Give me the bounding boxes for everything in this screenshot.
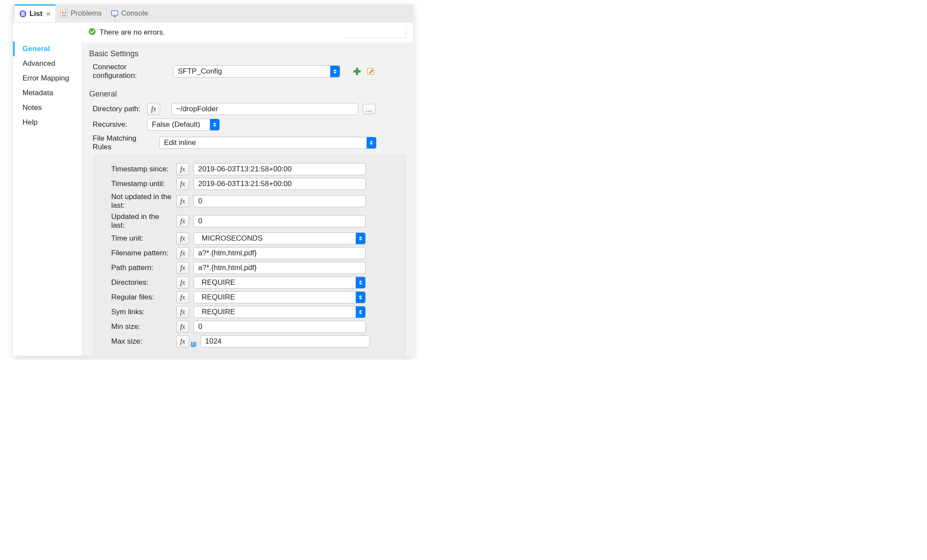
fx-button[interactable]: fx xyxy=(176,232,189,245)
value: 0 xyxy=(198,322,202,331)
fx-button[interactable]: fx xyxy=(176,262,189,274)
sidebar-item-notes[interactable]: Notes xyxy=(13,100,81,115)
browse-button[interactable]: ... xyxy=(363,104,376,114)
window: List ✕ Problems Console General Advanced… xyxy=(13,4,413,356)
sidebar-item-metadata[interactable]: Metadata xyxy=(13,86,81,100)
status-bar: There are no errors. xyxy=(81,23,413,42)
file-matching-label: File Matching Rules xyxy=(89,134,155,151)
sidebar-item-advanced[interactable]: Advanced xyxy=(13,56,81,71)
timestamp-since-label: Timestamp since: xyxy=(101,165,172,174)
svg-rect-13 xyxy=(354,71,360,72)
svg-rect-10 xyxy=(113,16,116,17)
not-updated-input[interactable]: 0 xyxy=(193,195,366,207)
value: a?*.{htm,html,pdf} xyxy=(198,264,257,272)
connector-config-value: SFTP_Config xyxy=(178,67,222,75)
svg-point-6 xyxy=(64,12,66,13)
select-arrows-icon xyxy=(367,137,376,148)
tab-problems[interactable]: Problems xyxy=(56,4,106,22)
list-icon xyxy=(19,10,27,18)
sidebar-item-general[interactable]: General xyxy=(13,42,81,56)
value: 0 xyxy=(198,217,202,225)
max-size-input[interactable]: 1024 xyxy=(200,335,370,348)
recursive-select[interactable]: False (Default) xyxy=(147,119,220,131)
value: 2019-06-03T13:21:58+00:00 xyxy=(198,180,292,188)
fx-button[interactable]: fx xyxy=(176,306,189,318)
tab-list-label: List xyxy=(29,10,42,18)
svg-rect-7 xyxy=(62,14,66,16)
path-pattern-label: Path pattern: xyxy=(101,264,172,272)
status-blank-field xyxy=(346,27,406,38)
svg-rect-1 xyxy=(21,12,25,13)
general-heading: General xyxy=(89,90,406,99)
fx-button[interactable]: fx xyxy=(147,103,160,115)
sidebar-item-help[interactable]: Help xyxy=(13,115,81,130)
info-icon[interactable] xyxy=(191,342,196,347)
fx-button[interactable]: fx xyxy=(176,178,189,190)
tab-console-label: Console xyxy=(121,9,148,18)
select-arrows-icon xyxy=(356,292,365,303)
sidebar-item-error-mapping[interactable]: Error Mapping xyxy=(13,71,81,86)
time-unit-select[interactable]: MICROSECONDS xyxy=(193,232,366,245)
console-icon xyxy=(111,10,119,17)
svg-point-11 xyxy=(89,28,96,35)
max-size-label: Max size: xyxy=(101,337,172,346)
file-matching-rules-panel: Timestamp since: fx 2019-06-03T13:21:58+… xyxy=(93,155,406,355)
svg-rect-3 xyxy=(21,15,25,16)
sidebar-label: Metadata xyxy=(23,89,53,97)
svg-point-5 xyxy=(62,12,64,13)
updated-input[interactable]: 0 xyxy=(193,215,366,227)
file-matching-value: Edit inline xyxy=(164,138,196,147)
tab-list[interactable]: List ✕ xyxy=(15,4,56,22)
connector-config-select[interactable]: SFTP_Config xyxy=(173,65,340,77)
select-arrows-icon xyxy=(330,66,340,77)
fx-button[interactable]: fx xyxy=(176,247,189,259)
directories-label: Directories: xyxy=(101,278,172,287)
select-arrows-icon xyxy=(356,306,365,318)
svg-rect-2 xyxy=(21,13,25,14)
value: MICROSECONDS xyxy=(202,234,263,242)
fx-button[interactable]: fx xyxy=(176,321,189,333)
timestamp-until-label: Timestamp until: xyxy=(101,180,172,188)
sym-links-select[interactable]: REQUIRE xyxy=(193,306,366,318)
status-text: There are no errors. xyxy=(100,28,165,37)
value: 0 xyxy=(198,197,202,205)
timestamp-since-input[interactable]: 2019-06-03T13:21:58+00:00 xyxy=(193,163,366,175)
value: 2019-06-03T13:21:58+00:00 xyxy=(198,165,292,173)
tab-problems-label: Problems xyxy=(71,9,102,18)
filename-pattern-input[interactable]: a?*.{htm,html,pdf} xyxy=(193,247,366,259)
add-config-button[interactable] xyxy=(352,67,362,76)
main-panel: There are no errors. Basic Settings Conn… xyxy=(81,23,413,356)
path-pattern-input[interactable]: a?*.{htm,html,pdf} xyxy=(193,262,366,274)
fx-button[interactable]: fx xyxy=(176,277,189,289)
select-arrows-icon xyxy=(356,233,365,244)
basic-settings-heading: Basic Settings xyxy=(89,49,406,58)
recursive-value: False (Default) xyxy=(152,120,200,129)
file-matching-select[interactable]: Edit inline xyxy=(159,137,377,149)
fx-button[interactable]: fx xyxy=(176,215,189,227)
directories-select[interactable]: REQUIRE xyxy=(193,277,366,289)
value: 1024 xyxy=(205,337,222,345)
fx-button[interactable]: fx xyxy=(176,335,189,348)
min-size-label: Min size: xyxy=(101,322,172,331)
value: a?*.{htm,html,pdf} xyxy=(198,249,257,257)
value: REQUIRE xyxy=(202,308,235,316)
close-icon[interactable]: ✕ xyxy=(46,10,51,17)
edit-config-button[interactable] xyxy=(366,67,376,76)
regular-files-label: Regular files: xyxy=(101,293,172,302)
sidebar-label: Advanced xyxy=(23,59,55,68)
problems-icon xyxy=(60,10,68,17)
tab-console[interactable]: Console xyxy=(106,4,152,22)
sidebar-label: Help xyxy=(23,118,38,126)
sidebar-label: Error Mapping xyxy=(23,74,69,82)
sidebar: General Advanced Error Mapping Metadata … xyxy=(13,23,81,356)
fx-button[interactable]: fx xyxy=(176,291,189,303)
fx-button[interactable]: fx xyxy=(176,163,189,175)
min-size-input[interactable]: 0 xyxy=(193,321,366,333)
regular-files-select[interactable]: REQUIRE xyxy=(193,291,366,303)
fx-button[interactable]: fx xyxy=(176,195,189,207)
timestamp-until-input[interactable]: 2019-06-03T13:21:58+00:00 xyxy=(193,178,366,190)
value: REQUIRE xyxy=(202,278,235,286)
not-updated-label: Not updated in the last: xyxy=(101,193,172,210)
directory-path-input[interactable]: ~/dropFolder xyxy=(171,103,358,115)
filename-pattern-label: Filename pattern: xyxy=(101,249,172,257)
